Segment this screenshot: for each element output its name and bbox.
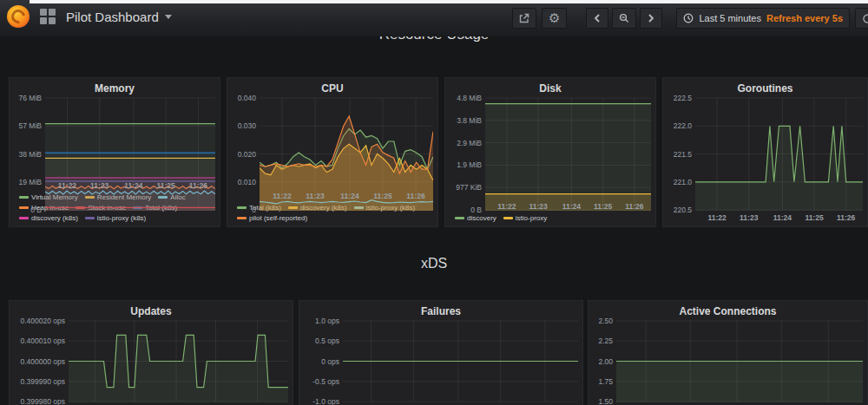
legend-label: pilot (self-reported) (249, 213, 307, 223)
y-tick-label: 0.400000 ops (20, 357, 65, 366)
y-tick-label: 2.50 (598, 317, 613, 325)
x-tick-label: 11:24 (124, 181, 142, 190)
disk-chart[interactable] (485, 97, 651, 201)
x-tick-label: 11:26 (837, 213, 855, 222)
panel-title-memory[interactable]: Memory (14, 81, 215, 97)
y-axis: 1.0 ops0.5 ops0 ops-0.5 ops-1.0 ops (304, 320, 343, 402)
chevron-left-icon (594, 14, 601, 23)
y-tick-label: -0.5 ops (312, 377, 339, 386)
y-axis: 76 MiB57 MiB38 MiB19 MiB0 B (14, 97, 45, 180)
legend-color-dash (455, 217, 464, 219)
legend-item[interactable]: pilot (self-reported) (237, 213, 307, 223)
time-range-label: Last 5 minutes (699, 13, 761, 23)
x-tick-label: 11:25 (805, 213, 823, 222)
x-tick-label: 11:26 (625, 202, 643, 211)
panel-memory: Memory 76 MiB57 MiB38 MiB19 MiB0 B 11:22… (9, 77, 220, 227)
y-tick-label: 0.400010 ops (20, 336, 65, 345)
legend-label: discovery (k8s) (31, 213, 78, 223)
y-axis: 4.8 MiB3.8 MiB2.9 MiB1.9 MiB977 KiB0 B (450, 97, 485, 201)
active-connections-chart[interactable] (616, 320, 863, 402)
x-axis: 11:2211:2311:2411:2511:26 (667, 212, 863, 223)
y-tick-label: 1.0 ops (315, 317, 339, 325)
dashboard-title-dropdown[interactable]: Pilot Dashboard (66, 10, 172, 24)
panel-updates: Updates 0.400020 ops0.400010 ops0.400000… (9, 300, 293, 405)
legend-color-dash (19, 206, 29, 209)
top-white-strip (30, 0, 868, 3)
y-tick-label: 3.8 MiB (457, 116, 482, 125)
panel-failures: Failures 1.0 ops0.5 ops0 ops-0.5 ops-1.0… (299, 300, 583, 405)
chevron-right-icon (648, 14, 654, 23)
y-tick-label: 4.8 MiB (457, 94, 482, 102)
apps-grid-icon[interactable] (40, 9, 56, 24)
share-button[interactable] (512, 8, 536, 29)
x-tick-label: 11:24 (340, 192, 358, 200)
x-tick-label: 11:26 (406, 192, 424, 200)
gear-icon: ⚙ (549, 13, 560, 23)
navbar-right: ⚙ Last 5 minutes Refresh every 5s (512, 8, 868, 29)
x-tick-label: 11:26 (189, 181, 207, 190)
x-tick-label: 11:23 (90, 181, 108, 190)
memory-chart[interactable] (45, 97, 215, 180)
panel-title-goroutines[interactable]: Goroutines (667, 81, 863, 97)
legend-item[interactable]: discovery (455, 213, 496, 223)
y-tick-label: 222.0 (674, 121, 692, 130)
cpu-chart[interactable] (260, 97, 433, 191)
panel-cpu: CPU 0.0400.0300.0200.0100 11:2211:2311:2… (227, 77, 438, 227)
time-back-button[interactable] (586, 8, 608, 29)
goroutines-chart[interactable] (695, 97, 863, 212)
x-axis: 11:2211:2311:2411:2511:26 (450, 201, 651, 212)
y-axis: 0.400020 ops0.400010 ops0.400000 ops0.39… (14, 320, 69, 402)
x-axis: 11:2211:2311:2411:2511:26 (14, 180, 215, 191)
time-nav-group (586, 8, 662, 29)
y-tick-label: 1.75 (598, 377, 613, 386)
y-tick-label: 0 (252, 206, 256, 214)
x-tick-label: 11:22 (273, 192, 291, 200)
time-picker-button[interactable]: Last 5 minutes Refresh every 5s (676, 8, 850, 29)
legend-item[interactable]: istio-proxy (503, 213, 547, 223)
refresh-button[interactable] (855, 8, 868, 29)
panel-title-failures[interactable]: Failures (304, 304, 578, 320)
panel-goroutines: Goroutines 222.5222.0221.5221.0220.5 11:… (662, 77, 868, 227)
y-tick-label: 0.400020 ops (20, 317, 65, 325)
y-tick-label: 0.010 (238, 178, 256, 186)
legend-label: discovery (467, 213, 496, 223)
refresh-interval-label: Refresh every 5s (766, 13, 843, 23)
section-heading-xds[interactable]: xDS (0, 256, 868, 271)
caret-down-icon (165, 15, 172, 19)
y-tick-label: 0.040 (238, 94, 256, 102)
time-forward-button[interactable] (640, 8, 662, 29)
y-tick-label: 1.9 MiB (457, 160, 482, 169)
zoom-out-button[interactable] (612, 8, 636, 29)
navbar-left: Pilot Dashboard (7, 5, 172, 28)
y-tick-label: 221.0 (674, 178, 692, 186)
legend-item[interactable]: discovery (k8s) (19, 213, 78, 223)
y-tick-label: 221.5 (674, 150, 692, 159)
x-tick-label: 11:25 (594, 202, 612, 211)
y-tick-label: 0 B (30, 206, 42, 214)
x-tick-label: 11:22 (58, 181, 76, 190)
updates-chart[interactable] (69, 320, 288, 402)
y-tick-label: 2.25 (598, 336, 613, 345)
y-tick-label: 2.00 (598, 357, 613, 366)
x-tick-label: 11:22 (497, 202, 516, 211)
x-tick-label: 11:23 (740, 213, 758, 222)
share-icon (519, 13, 529, 23)
x-tick-label: 11:23 (529, 202, 547, 211)
settings-button[interactable]: ⚙ (542, 8, 567, 29)
failures-chart[interactable] (343, 320, 578, 402)
legend-item[interactable]: istio-proxy (k8s) (85, 213, 146, 223)
grafana-logo[interactable] (7, 5, 30, 28)
legend-label: istio-proxy (516, 213, 547, 223)
y-axis: 222.5222.0221.5221.0220.5 (667, 97, 695, 212)
x-tick-label: 11:24 (562, 202, 581, 211)
y-tick-label: 222.5 (674, 94, 692, 102)
y-tick-label: 2.9 MiB (457, 139, 482, 147)
legend-color-dash (19, 217, 29, 219)
y-tick-label: 38 MiB (19, 150, 42, 159)
panel-title-cpu[interactable]: CPU (232, 81, 433, 97)
panel-title-active-connections[interactable]: Active Connections (593, 304, 863, 320)
panel-active-connections: Active Connections 2.502.252.001.751.50 (588, 300, 868, 405)
legend-label: istio-proxy (k8s) (97, 213, 146, 223)
y-tick-label: 76 MiB (19, 94, 42, 102)
y-tick-label: 0.399990 ops (20, 377, 65, 386)
